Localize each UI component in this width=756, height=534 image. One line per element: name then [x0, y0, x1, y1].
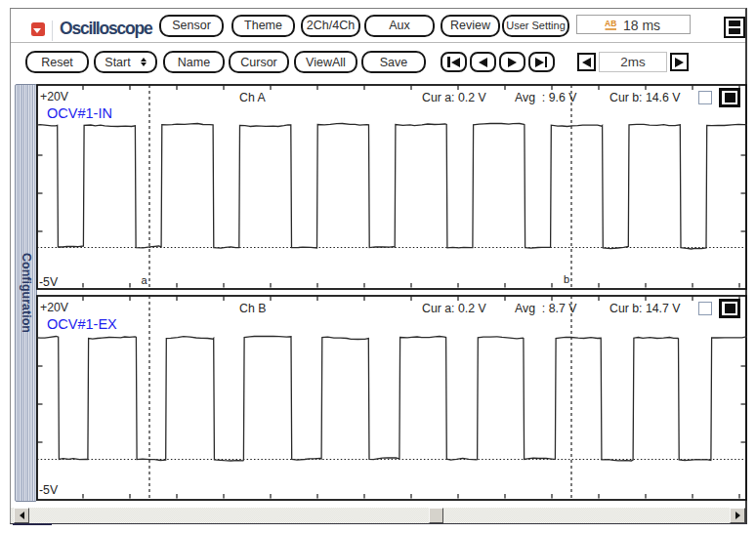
svg-text:a: a [141, 274, 147, 286]
svg-text:AB: AB [605, 20, 616, 28]
svg-text:b: b [564, 273, 569, 285]
